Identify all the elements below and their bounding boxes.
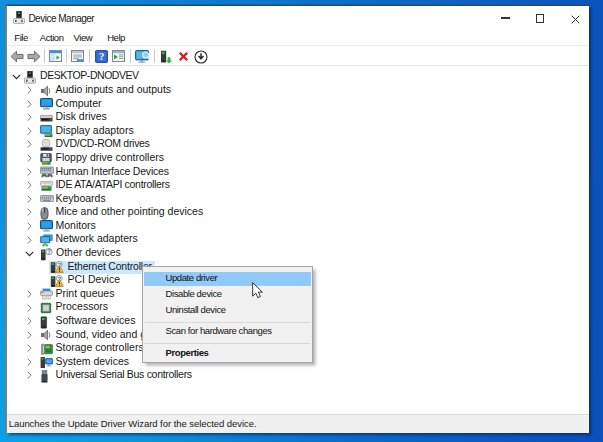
svg-text:?: ? — [98, 51, 103, 62]
svg-text:?: ? — [47, 248, 51, 255]
